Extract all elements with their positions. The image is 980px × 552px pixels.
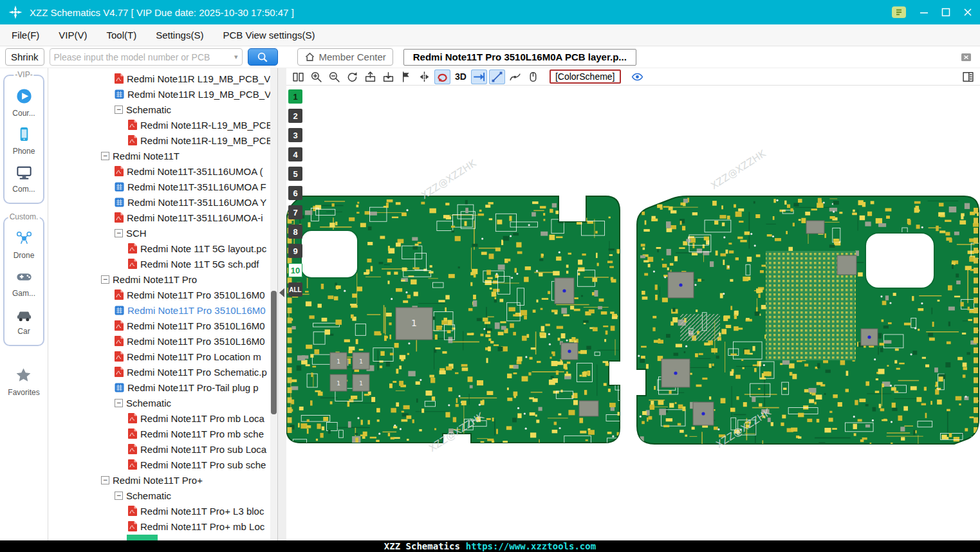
- zoom-in-icon[interactable]: [308, 69, 324, 84]
- tree-item[interactable]: Redmi Note11T Pro 3510L16M0: [48, 287, 277, 302]
- partial-selected-row[interactable]: [127, 535, 158, 540]
- document-tab[interactable]: Redmi Note11T Pro 3510L16M0A PCB layer.p…: [403, 49, 636, 66]
- menu-item-file[interactable]: File(F): [12, 30, 39, 41]
- shrink-button[interactable]: Shrink: [5, 48, 44, 66]
- search-button[interactable]: [248, 48, 278, 66]
- sidebar-item-gam[interactable]: Gam...: [5, 268, 43, 298]
- tree-folder[interactable]: −Redmi Note11T Pro: [48, 271, 277, 287]
- tree-item[interactable]: Redmi Note11T Pro sub sche: [48, 457, 277, 472]
- layer-button-10[interactable]: 10: [288, 263, 302, 277]
- visibility-eye-icon[interactable]: [629, 69, 645, 84]
- statusbar-url[interactable]: https://www.xzztools.com: [466, 541, 596, 551]
- tree-item[interactable]: Redmi Note11R-L19_MB_PCB: [48, 117, 277, 133]
- sidebar-item-label: Car: [17, 327, 30, 336]
- tree-item[interactable]: Redmi Note11T-351L16UMOA F: [48, 179, 277, 194]
- tree-item[interactable]: Redmi Note11T Pro sub Loca: [48, 441, 277, 457]
- sidebar-item-favorites[interactable]: Favorites: [8, 367, 39, 397]
- collapse-expander-icon[interactable]: −: [115, 492, 123, 500]
- flip-board-icon[interactable]: [434, 69, 450, 84]
- minimize-button[interactable]: [920, 8, 929, 17]
- tree-folder[interactable]: −Schematic: [48, 488, 277, 503]
- tree-item[interactable]: Redmi Note11R L19_MB_PCB_V: [48, 71, 277, 86]
- layer-button-7[interactable]: 7: [288, 205, 302, 219]
- tree-folder[interactable]: −SCH: [48, 225, 277, 241]
- collapse-expander-icon[interactable]: −: [101, 152, 109, 160]
- collapse-expander-icon[interactable]: −: [115, 229, 123, 237]
- sidebar-item-car[interactable]: Car: [5, 306, 43, 336]
- layer-button-all[interactable]: ALL: [288, 282, 302, 297]
- curve-icon[interactable]: [507, 69, 523, 84]
- tree-item[interactable]: Redmi Note11T-351L16UMOA Y: [48, 194, 277, 210]
- tree-item[interactable]: Redmi Note11T-351L16UMOA (: [48, 163, 277, 179]
- colorscheme-button[interactable]: [ColorScheme]: [550, 69, 621, 84]
- tree-scrollbar[interactable]: [270, 68, 277, 540]
- search-combo[interactable]: ▾: [50, 48, 243, 66]
- dropdown-caret-icon[interactable]: ▾: [234, 53, 238, 61]
- vip-badge-icon[interactable]: [891, 6, 907, 19]
- split-view-icon[interactable]: [290, 69, 306, 84]
- maximize-button[interactable]: [941, 8, 950, 17]
- tree-item[interactable]: Redmi Note11T-351L16UMOA-i: [48, 210, 277, 225]
- tree-item[interactable]: Redmi Note11T Pro Location m: [48, 349, 277, 364]
- tree-item-label: Redmi Note11T Pro sub sche: [140, 459, 266, 470]
- layer-button-3[interactable]: 3: [288, 128, 302, 142]
- tree-folder[interactable]: −Redmi Note11T: [48, 148, 277, 163]
- tree-folder[interactable]: −Schematic: [48, 102, 277, 117]
- tree-item[interactable]: Redmi Note11T Pro-Tail plug p: [48, 380, 277, 395]
- tree-item[interactable]: Redmi Note11T Pro Schematic.p: [48, 364, 277, 380]
- collapse-arrow-icon[interactable]: [279, 288, 284, 297]
- tree-item[interactable]: Redmi Note11T Pro 3510L16M0: [48, 302, 277, 318]
- measure-line-icon[interactable]: [489, 69, 505, 84]
- tree-item[interactable]: Redmi Note11R L19_MB_PCB_V: [48, 86, 277, 102]
- car-icon: [15, 306, 33, 326]
- mouse-icon[interactable]: [525, 69, 541, 84]
- layer-button-8[interactable]: 8: [288, 225, 302, 239]
- layer-button-4[interactable]: 4: [288, 147, 302, 161]
- jump-arrow-icon[interactable]: [471, 69, 487, 84]
- tree-item[interactable]: Redmi Note11T Pro+ L3 bloc: [48, 503, 277, 519]
- box-export-icon[interactable]: [362, 69, 378, 84]
- box-import-icon[interactable]: [380, 69, 396, 84]
- tree-item-label: Redmi Note 11T 5G sch.pdf: [140, 259, 259, 270]
- menu-item-vip[interactable]: VIP(V): [59, 30, 87, 41]
- tree-scrollbar-thumb[interactable]: [271, 291, 277, 414]
- tree-item[interactable]: Redmi Note11T Pro+ mb Loc: [48, 519, 277, 534]
- tree-item[interactable]: Redmi Note 11T 5G layout.pc: [48, 241, 277, 256]
- panel-splitter[interactable]: [278, 68, 286, 540]
- flag-icon[interactable]: [398, 69, 414, 84]
- panel-close-icon[interactable]: [961, 52, 972, 62]
- layer-button-5[interactable]: 5: [288, 167, 302, 181]
- layer-button-6[interactable]: 6: [288, 186, 302, 200]
- tree-folder[interactable]: −Redmi Note11T Pro+: [48, 472, 277, 488]
- menu-item-tool[interactable]: Tool(T): [107, 30, 137, 41]
- layer-button-9[interactable]: 9: [288, 244, 302, 258]
- tree-item[interactable]: Redmi Note11T Pro mb sche: [48, 426, 277, 441]
- collapse-expander-icon[interactable]: −: [115, 106, 123, 114]
- collapse-expander-icon[interactable]: −: [101, 275, 109, 284]
- refresh-icon[interactable]: [344, 69, 360, 84]
- 3d-mode-button[interactable]: 3D: [452, 69, 469, 84]
- sidebar-item-phone[interactable]: Phone: [5, 125, 43, 156]
- collapse-expander-icon[interactable]: −: [101, 476, 109, 484]
- layer-button-2[interactable]: 2: [288, 109, 302, 123]
- tree-item[interactable]: Redmi Note11T Pro mb Loca: [48, 410, 277, 426]
- menu-item-settings[interactable]: Settings(S): [156, 30, 203, 41]
- collapse-expander-icon[interactable]: −: [115, 399, 123, 407]
- tree-item[interactable]: Redmi Note 11T 5G sch.pdf: [48, 256, 277, 271]
- pcb-canvas[interactable]: 11111XZZ@XZZHKXZZ@XZZHKXZZ@XZZHKXZZ@XZZH…: [286, 86, 980, 540]
- sidebar-item-drone[interactable]: Drone: [5, 230, 43, 260]
- member-center-button[interactable]: Member Center: [297, 48, 393, 66]
- sidebar-item-cour[interactable]: Cour...: [5, 87, 43, 118]
- tree-item[interactable]: Redmi Note11R-L19_MB_PCB: [48, 133, 277, 148]
- layers-panel-icon[interactable]: [960, 69, 976, 84]
- menu-item-pcb-view-settings[interactable]: PCB View settings(S): [223, 30, 315, 41]
- mirror-flip-icon[interactable]: [416, 69, 432, 84]
- sidebar-item-com[interactable]: Com...: [5, 163, 43, 194]
- layer-button-1[interactable]: 1: [288, 89, 302, 104]
- tree-item[interactable]: Redmi Note11T Pro 3510L16M0: [48, 333, 277, 349]
- zoom-out-icon[interactable]: [326, 69, 342, 84]
- tree-folder[interactable]: −Schematic: [48, 395, 277, 410]
- search-input[interactable]: [54, 52, 232, 62]
- close-button[interactable]: [963, 8, 972, 17]
- tree-item[interactable]: Redmi Note11T Pro 3510L16M0: [48, 318, 277, 333]
